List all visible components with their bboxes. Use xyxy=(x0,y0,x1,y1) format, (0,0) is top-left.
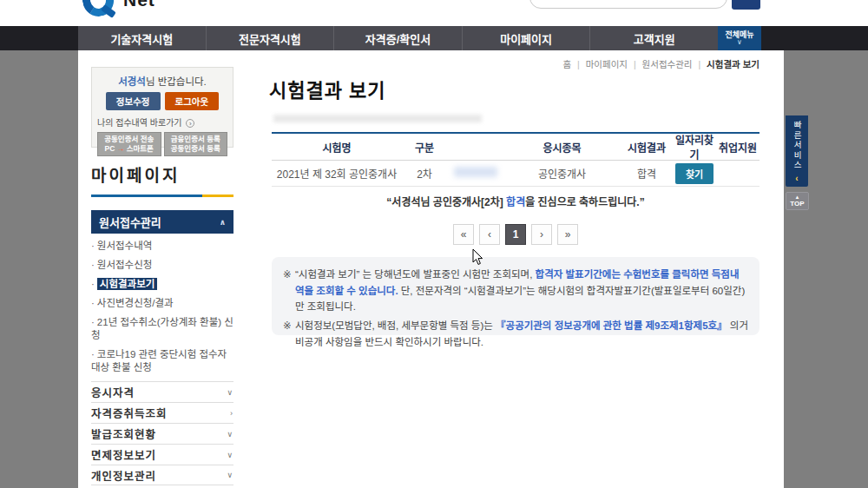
sidebar-item-label: 시험결과보기 xyxy=(97,278,157,290)
certificate-buttons: 공동인증서 전송 PC → 스마트폰 금융인증서 등록 공동인증서 등록 xyxy=(97,132,227,156)
group-label: 개인정보관리 xyxy=(91,467,156,484)
site-search-button[interactable] xyxy=(732,0,760,10)
pagination-last-button[interactable]: » xyxy=(557,224,578,245)
sidebar-groups: 응시자격∨ 자격증취득조회› 발급조회현황∨ 면제정보보기∨ 개인정보관리∨ xyxy=(91,381,233,485)
finance-cert-register-label: 금융인증서 등록 xyxy=(171,135,220,143)
table-row: 2021년 제 32회 공인중개사 2차 공인중개사 합격 찾기 xyxy=(272,161,760,187)
sidebar-item-exam-results[interactable]: ·시험결과보기 xyxy=(91,278,233,291)
cell-exam-number-redacted[interactable] xyxy=(447,167,503,180)
bullet-icon: · xyxy=(91,279,95,289)
scroll-to-top-button[interactable]: ▲ TOP xyxy=(786,192,809,210)
congrats-pass-highlight: 합격 xyxy=(506,196,525,208)
pagination: « ‹ 1 › » xyxy=(272,224,760,245)
bullet-icon: · xyxy=(91,298,95,308)
site-search-input[interactable] xyxy=(529,0,727,9)
sidebar-item-label: 사진변경신청/결과 xyxy=(97,298,174,308)
redacted-info-bar xyxy=(273,115,482,122)
pc-label: PC xyxy=(105,144,115,153)
smartphone-label: 스마트폰 xyxy=(127,144,154,153)
global-nav-menu: 기술자격시험 전문자격시험 자격증/확인서 마이페이지 고객지원 xyxy=(78,26,718,50)
top-label: TOP xyxy=(790,200,804,208)
user-name: 서경석 xyxy=(118,76,146,87)
cell-result: 합격 xyxy=(621,166,673,181)
group-label: 면제정보보기 xyxy=(91,446,156,463)
application-mgmt-label: 원서접수관리 xyxy=(99,214,161,230)
sidebar-item-label: 21년 접수취소(가상계좌 환불) 신청 xyxy=(91,317,233,340)
sidebar-group-cert-lookup[interactable]: 자격증취득조회› xyxy=(91,402,233,423)
congrats-before: “서경석님 공인중개사[2차] xyxy=(386,196,506,208)
edit-info-button[interactable]: 정보수정 xyxy=(106,92,161,110)
sidebar-section-application-mgmt[interactable]: 원서접수관리 ∧ xyxy=(91,210,233,234)
notice-1-text: “시험결과 보기” 는 당해년도에 발표중인 시험만 조회되며, 합격자 발표기… xyxy=(295,267,748,315)
bullet-icon: · xyxy=(91,317,95,327)
sidebar: 서경석님 반갑습니다. 정보수정 로그아웃 나의 접수내역 바로가기 › 공동인… xyxy=(91,67,233,488)
group-label: 자격증취득조회 xyxy=(91,405,168,421)
my-applications-shortcut[interactable]: 나의 접수내역 바로가기 › xyxy=(97,115,227,129)
exam-result-table: 시험명 구분 응시종목 시험결과 일자리찾기 취업지원 2021년 제 32회 … xyxy=(272,132,760,187)
breadcrumb-separator: | xyxy=(698,59,700,69)
breadcrumb-home[interactable]: 홈 xyxy=(562,59,571,69)
arrow-circle-icon: › xyxy=(186,119,194,128)
sidebar-item-application-history[interactable]: ·원서접수내역 xyxy=(91,240,233,253)
breadcrumb-mypage[interactable]: 마이페이지 xyxy=(586,59,628,69)
sidebar-group-exemption-info[interactable]: 면제정보보기∨ xyxy=(91,444,233,465)
chevron-up-icon: ∧ xyxy=(220,218,226,227)
nav-item-professional-exam[interactable]: 전문자격시험 xyxy=(206,26,334,50)
notice-marker-icon: ※ xyxy=(283,267,295,315)
sidebar-submenu: ·원서접수내역 ·원서접수신청 ·시험결과보기 ·사진변경신청/결과 ·21년 … xyxy=(91,240,233,374)
sidebar-item-covid-refund[interactable]: ·코로나19 관련 중단시험 접수자 대상 환불 신청 xyxy=(91,348,233,374)
sidebar-group-personal-info[interactable]: 개인정보관리∨ xyxy=(91,465,233,485)
notice-marker-icon: ※ xyxy=(283,318,295,350)
sidebar-item-application-apply[interactable]: ·원서접수신청 xyxy=(91,259,233,272)
logout-button[interactable]: 로그아웃 xyxy=(165,92,220,110)
all-menu-button[interactable]: 전체메뉴 ∨ xyxy=(718,26,761,50)
col-job-find: 일자리찾기 xyxy=(673,132,716,162)
sidebar-item-label: 원서접수내역 xyxy=(97,241,152,251)
cert-register-button[interactable]: 금융인증서 등록 공동인증서 등록 xyxy=(164,132,228,156)
chevron-down-icon: ∨ xyxy=(227,471,233,479)
nav-item-customer-support[interactable]: 고객지원 xyxy=(589,26,718,50)
pagination-page-1[interactable]: 1 xyxy=(505,224,526,245)
cell-exam-name: 2021년 제 32회 공인중개사 xyxy=(272,166,402,181)
table-header-row: 시험명 구분 응시종목 시험결과 일자리찾기 취업지원 xyxy=(272,134,760,161)
nav-item-mypage[interactable]: 마이페이지 xyxy=(462,26,590,50)
nav-item-certificate[interactable]: 자격증/확인서 xyxy=(333,26,462,50)
chevron-right-icon: › xyxy=(230,409,233,418)
quick-service-tab[interactable]: 빠른서비스 ‹ xyxy=(786,115,808,187)
sidebar-group-issuance-status[interactable]: 발급조회현황∨ xyxy=(91,423,233,444)
sidebar-title: 마이페이지 xyxy=(91,162,233,186)
cell-job-find: 찾기 xyxy=(673,163,716,184)
breadcrumb-separator: | xyxy=(577,59,580,69)
qnet-logo[interactable] xyxy=(82,0,117,22)
sidebar-group-eligibility[interactable]: 응시자격∨ xyxy=(91,381,233,402)
sidebar-item-label: 코로나19 관련 중단시험 접수자 대상 환불 신청 xyxy=(91,349,227,373)
pagination-first-button[interactable]: « xyxy=(453,224,474,245)
page-title: 시험결과 보기 xyxy=(269,75,386,102)
find-job-button[interactable]: 찾기 xyxy=(675,163,713,184)
breadcrumb-application-mgmt[interactable]: 원서접수관리 xyxy=(642,59,693,69)
site-header: Net xyxy=(0,0,868,26)
joint-cert-transfer-button[interactable]: 공동인증서 전송 PC → 스마트폰 xyxy=(97,132,161,156)
global-nav: 기술자격시험 전문자격시험 자격증/확인서 마이페이지 고객지원 전체메뉴 ∨ xyxy=(0,26,868,50)
notice-1-before: “시험결과 보기” 는 당해년도에 발표중인 시험만 조회되며, xyxy=(295,269,536,280)
congrats-message: “서경석님 공인중개사[2차] 합격을 진심으로 축하드립니다.” xyxy=(272,194,760,208)
sidebar-item-cancel-refund[interactable]: ·21년 접수취소(가상계좌 환불) 신청 xyxy=(91,316,233,342)
pagination-next-button[interactable]: › xyxy=(531,224,552,245)
notice-1: ※ “시험결과 보기” 는 당해년도에 발표중인 시험만 조회되며, 합격자 발… xyxy=(283,267,748,315)
chevron-down-icon: ∨ xyxy=(227,388,233,397)
col-subject: 응시종목 xyxy=(503,140,621,155)
user-buttons: 정보수정 로그아웃 xyxy=(97,92,227,110)
notice-2: ※ 시험정보(모범답안, 배점, 세부문항별 득점 등)는 『공공기관의 정보공… xyxy=(283,318,748,350)
notice-2-law-link[interactable]: 『공공기관의 정보공개에 관한 법률 제9조제1항제5호』 xyxy=(496,320,727,331)
sidebar-title-underline xyxy=(91,195,233,197)
my-applications-shortcut-label: 나의 접수내역 바로가기 xyxy=(97,118,182,128)
sidebar-item-photo-change[interactable]: ·사진변경신청/결과 xyxy=(91,297,233,310)
nav-item-technical-exam[interactable]: 기술자격시험 xyxy=(78,26,206,50)
screen: Net 기술자격시험 전문자격시험 자격증/확인서 마이페이지 고객지원 전체메… xyxy=(0,0,868,488)
notice-box: ※ “시험결과 보기” 는 당해년도에 발표중인 시험만 조회되며, 합격자 발… xyxy=(272,257,760,335)
welcome-suffix: 님 반갑습니다. xyxy=(146,76,207,87)
page-body: 홈 | 마이페이지 | 원서접수관리 | 시험결과 보기 서경석님 반갑습니다.… xyxy=(78,50,784,488)
notice-2-text: 시험정보(모범답안, 배점, 세부문항별 득점 등)는 『공공기관의 정보공개에… xyxy=(295,318,748,350)
pagination-prev-button[interactable]: ‹ xyxy=(479,224,500,245)
cell-subject: 공인중개사 xyxy=(503,166,621,181)
